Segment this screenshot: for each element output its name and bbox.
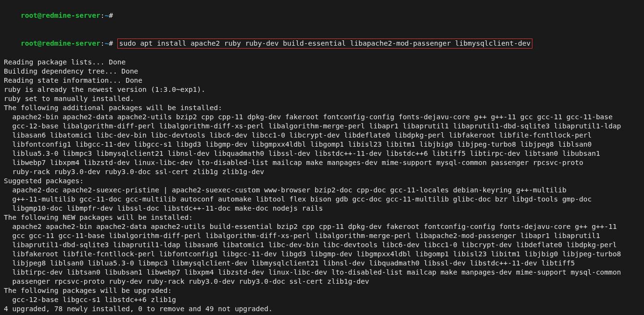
package-list: gcc gcc-11 gcc-11-base libalgorithm-diff… <box>4 231 640 240</box>
prompt-host: redmine-server <box>42 12 101 19</box>
package-list: liblua5.3-0 libmpc3 libmysqlclient21 lib… <box>4 149 640 158</box>
output-line: 4 upgraded, 78 newly installed, 0 to rem… <box>4 304 640 314</box>
package-list: passenger rpcsvc-proto ruby-dev ruby-rac… <box>4 277 640 286</box>
output-line: Suggested packages: <box>4 176 640 186</box>
output-line: The following packages will be upgraded: <box>4 286 640 295</box>
package-list: apache2-bin apache2-data apache2-utils b… <box>4 113 640 122</box>
highlighted-command: sudo apt install apache2 ruby ruby-dev b… <box>117 38 533 49</box>
output-line: ruby is already the newest version (1:3.… <box>4 85 640 94</box>
package-list: ruby-rack ruby3.0-dev ruby3.0-doc ssl-ce… <box>4 167 640 176</box>
package-list: libtirpc-dev libtsan0 libubsan1 libwebp7… <box>4 268 640 277</box>
terminal[interactable]: root@redmine-server:~# root@redmine-serv… <box>4 2 640 315</box>
output-line: Reading package lists... Done <box>4 58 640 67</box>
package-list: libfontconfig1 libgcc-11-dev libgcc-s1 l… <box>4 140 640 149</box>
prompt-user: root <box>21 12 38 19</box>
package-list: libfakeroot libfile-fcntllock-perl libfo… <box>4 250 640 259</box>
package-list: libgmp10-doc libmpfr-dev libssl-doc libs… <box>4 204 640 213</box>
package-list: g++-11-multilib gcc-11-doc gcc-multilib … <box>4 195 640 204</box>
output-line: Reading state information... Done <box>4 76 640 85</box>
output-line: The following additional packages will b… <box>4 103 640 113</box>
output-line: ruby set to manually installed. <box>4 94 640 103</box>
prompt-path: ~ <box>105 12 109 19</box>
prompt-line-empty: root@redmine-server:~# <box>4 2 640 29</box>
prompt-line-command: root@redmine-server:~# sudo apt install … <box>4 29 640 58</box>
output-line: Building dependency tree... Done <box>4 67 640 76</box>
package-list: libaprutil1-dbd-sqlite3 libaprutil1-ldap… <box>4 240 640 250</box>
package-list: gcc-12-base libgcc-s1 libstdc++6 zlib1g <box>4 295 640 304</box>
package-list: libasan6 libatomic1 libc-dev-bin libc-de… <box>4 131 640 140</box>
output-line: The following NEW packages will be insta… <box>4 213 640 222</box>
package-list: libwebp7 libxpm4 libzstd-dev linux-libc-… <box>4 158 640 167</box>
package-list: gcc-12-base libalgorithm-diff-perl libal… <box>4 122 640 131</box>
package-list: apache2 apache2-bin apache2-data apache2… <box>4 222 640 231</box>
package-list: apache2-doc apache2-suexec-pristine | ap… <box>4 186 640 195</box>
package-list: libjpeg8 liblsan0 liblua5.3-0 libmpc3 li… <box>4 259 640 268</box>
